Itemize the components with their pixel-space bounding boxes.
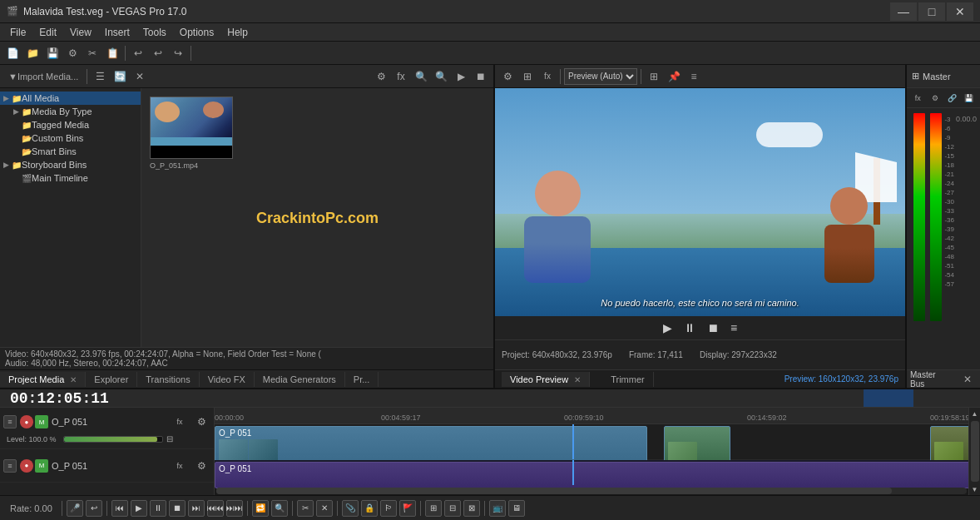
trans-del[interactable]: ✕ [316,500,333,517]
track-settings-audio[interactable]: ⚙ [192,457,210,475]
open-button[interactable]: 📁 [23,44,42,62]
trans-ext1[interactable]: 📺 [489,500,506,517]
trans-more1[interactable]: 📎 [342,500,359,517]
close-panel-button[interactable]: ✕ [131,67,149,86]
zoom-out[interactable]: 🔍 [432,67,450,86]
tree-item-smart-bins[interactable]: 📂 Smart Bins [0,145,141,158]
preview-pause[interactable]: ⏸ [681,319,699,336]
fx-icon[interactable]: fx [392,67,410,86]
undo-button[interactable]: ↩ [129,44,147,62]
tree-item-storyboard-bins[interactable]: ▶ 📁 Storyboard Bins [0,158,141,171]
menu-options[interactable]: Options [173,25,220,40]
trans-grid2[interactable]: ⊟ [444,500,461,517]
undo2-button[interactable]: ↩ [149,44,167,62]
settings-button[interactable]: ⚙ [63,44,82,62]
trans-zoom[interactable]: 🔍 [271,500,288,517]
tab-project-media-close[interactable]: ✕ [70,375,77,384]
trans-loop[interactable]: 🔁 [252,500,269,517]
trans-marker[interactable]: 🏳 [380,500,397,517]
trans-mic[interactable]: 🎤 [67,500,83,517]
tab-video-fx[interactable]: Video FX [200,372,255,387]
track-expand-audio[interactable]: ≡ [3,459,17,473]
preview-stop[interactable]: ⏹ [704,319,722,336]
menu-edit[interactable]: Edit [32,25,63,40]
master-settings[interactable]: ⚙ [928,89,943,107]
trans-flag[interactable]: 🚩 [399,500,416,517]
timeline-content[interactable]: 00:00:00 00:04:59:17 00:09:59:10 00:14:5… [215,408,968,495]
save-button[interactable]: 💾 [43,44,62,62]
trans-cut-mode[interactable]: ✂ [297,500,314,517]
tree-item-all-media[interactable]: ▶ 📁 All Media [0,92,141,105]
trans-grid3[interactable]: ⊠ [463,500,480,517]
track-clip-video-2[interactable] [664,426,730,464]
menu-file[interactable]: File [3,25,32,40]
tree-item-main-timeline[interactable]: 🎬 Main Timeline [0,171,141,185]
master-bus-close[interactable]: ✕ [958,370,977,389]
track-mute-btn-audio[interactable]: M [35,459,48,473]
preview-menu[interactable]: ≡ [727,319,740,336]
preview-fx[interactable]: fx [538,67,557,86]
preview-more[interactable]: ≡ [685,67,703,86]
track-rec-btn[interactable]: ● [20,415,33,428]
tree-item-custom-bins[interactable]: 📂 Custom Bins [0,131,141,145]
trans-goto-start[interactable]: ⏮ [111,500,128,517]
track-mute-btn[interactable]: M [35,415,48,428]
master-save[interactable]: 💾 [962,89,978,107]
copy-button[interactable]: 📋 [103,44,121,62]
preview-grid[interactable]: ⊞ [518,67,537,86]
track-rec-btn-audio[interactable]: ● [20,459,33,473]
tab-trimmer[interactable]: Trimmer [602,372,654,387]
tab-pr[interactable]: Pr... [345,372,379,387]
tree-item-tagged-media[interactable]: 📁 Tagged Media [0,118,141,131]
track-fx-audio[interactable]: fx [171,457,189,475]
media-thumb-0p51[interactable] [150,97,233,159]
tab-video-preview[interactable]: Video Preview ✕ [502,372,590,387]
minimize-button[interactable]: — [890,2,917,21]
tab-explorer[interactable]: Explorer [86,372,137,387]
menu-help[interactable]: Help [220,25,255,40]
cut-button[interactable]: ✂ [83,44,101,62]
titlebar-controls[interactable]: — □ ✕ [890,2,973,21]
preview-settings[interactable]: ⚙ [498,67,517,86]
trans-rewind[interactable]: ↩ [86,500,102,517]
maximize-button[interactable]: □ [918,2,945,21]
zoom-in[interactable]: 🔍 [412,67,430,86]
master-link[interactable]: 🔗 [944,89,960,107]
close-button[interactable]: ✕ [947,2,973,21]
menu-insert[interactable]: Insert [98,25,136,40]
track-clip-video-main[interactable]: O_P 051 [215,426,647,464]
play-button-left[interactable]: ▶ [452,67,470,86]
settings-icon[interactable]: ⚙ [372,67,390,86]
preview-mode-select[interactable]: Preview (Auto) [564,68,637,85]
scroll-down[interactable]: ▼ [969,483,981,495]
redo-button[interactable]: ↪ [169,44,187,62]
track-clip-audio-main[interactable]: O_P 051 [215,462,968,488]
preview-grid2[interactable]: ⊞ [645,67,663,86]
tab-media-gen[interactable]: Media Generators [255,372,345,387]
trans-prev-frame[interactable]: ⏮⏮ [207,500,224,517]
master-fx-btn[interactable]: fx [910,89,926,107]
menu-view[interactable]: View [63,25,98,40]
track-fx-video[interactable]: fx [171,413,189,431]
preview-play[interactable]: ▶ [660,319,676,336]
track-settings-video[interactable]: ⚙ [192,413,210,431]
trans-next-frame[interactable]: ⏭⏭ [226,500,243,517]
trans-play[interactable]: ▶ [131,500,147,517]
trans-goto-end[interactable]: ⏭ [188,500,205,517]
timeline-scrollbar[interactable] [215,486,968,495]
timeline-vscroll[interactable]: ▲ ▼ [968,408,980,495]
trans-more2[interactable]: 🔒 [361,500,378,517]
scroll-up[interactable]: ▲ [969,408,981,419]
trans-stop[interactable]: ⏹ [169,500,186,517]
new-button[interactable]: 📄 [3,44,22,62]
tab-transitions[interactable]: Transitions [137,372,199,387]
preview-snap[interactable]: 📌 [665,67,683,86]
refresh-button[interactable]: 🔄 [111,67,129,86]
track-clip-video-3[interactable] [930,426,968,464]
track-expand[interactable]: ≡ [3,415,17,428]
tab-vp-close[interactable]: ✕ [574,375,581,384]
trans-pause[interactable]: ⏸ [150,500,166,517]
tab-project-media[interactable]: Project Media ✕ [0,372,86,387]
trans-ext2[interactable]: 🖥 [508,500,525,517]
tree-item-media-by-type[interactable]: ▶ 📁 Media By Type [0,105,141,118]
